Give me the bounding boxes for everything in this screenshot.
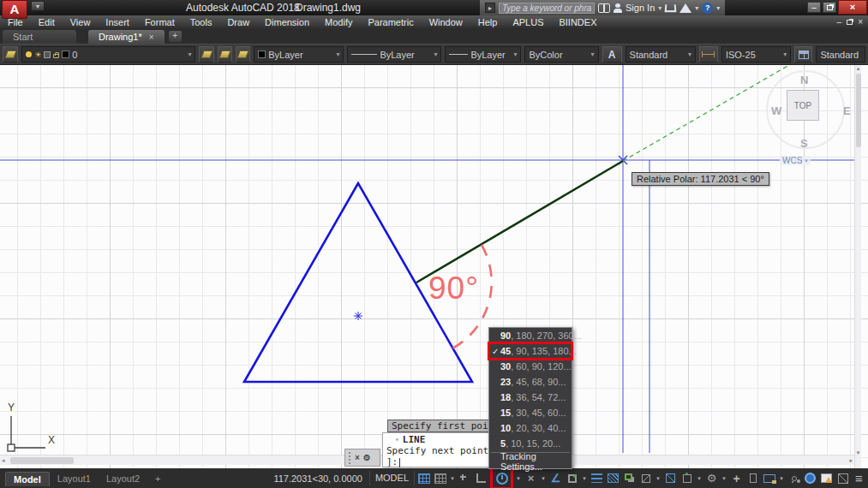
doc-restore-icon[interactable] (847, 20, 853, 25)
color-dropdown-icon[interactable]: ▾ (336, 51, 339, 58)
close-button[interactable]: × (838, 0, 867, 15)
annotation-scale-icon[interactable]: + (729, 470, 744, 486)
lineweight-display-icon[interactable] (590, 470, 604, 486)
viewcube-top-face[interactable]: TOP (787, 90, 819, 121)
menu-item-angles-30[interactable]: 30, 60, 90, 120... (489, 359, 572, 374)
table-style-combo[interactable]: Standard (816, 46, 865, 62)
viewcube-east[interactable]: E (843, 104, 851, 117)
menu-item-angles-18[interactable]: 18, 36, 54, 72... (489, 390, 572, 405)
menu-draw[interactable]: Draw (219, 17, 257, 27)
scroll-right-icon[interactable]: ▸ (849, 457, 853, 464)
quick-access-dropdown[interactable]: ▾ (31, 1, 45, 11)
app-store-icon[interactable] (679, 3, 691, 13)
isodraft-dropdown-icon[interactable]: ▾ (540, 475, 547, 482)
infocenter-expand-icon[interactable]: ▸ (485, 3, 495, 13)
doc-close-icon[interactable]: × (858, 17, 863, 27)
menu-view[interactable]: View (63, 17, 99, 27)
menu-window[interactable]: Window (422, 17, 470, 27)
lineweight-dropdown-icon[interactable]: ▾ (513, 51, 517, 58)
color-combo[interactable]: ByLayer ▾ (254, 46, 344, 62)
make-layer-current-button[interactable] (199, 46, 213, 62)
object-snap-icon[interactable] (565, 470, 579, 486)
ortho-mode-icon[interactable] (474, 470, 488, 486)
table-style-button[interactable] (794, 46, 812, 62)
selection-cycling-icon[interactable] (622, 470, 637, 486)
app-store-dropdown-icon[interactable]: ▾ (695, 4, 698, 12)
menu-item-angles-10[interactable]: 10, 20, 30, 40... (489, 420, 572, 436)
menu-item-angles-45[interactable]: ✓ 45, 90, 135, 180... (489, 343, 572, 359)
menu-help[interactable]: Help (470, 17, 506, 27)
workspace-switching-icon[interactable]: ⚙ (704, 470, 719, 486)
plot-style-dropdown-icon[interactable]: ▾ (591, 51, 595, 58)
layer-properties-button[interactable] (3, 46, 18, 62)
dim-style-combo[interactable]: ISO-25 ▾ (721, 46, 791, 62)
menu-biindex[interactable]: BIINDEX (551, 17, 604, 27)
palette-grip[interactable] (348, 451, 351, 464)
lineweight-combo[interactable]: ByLayer ▾ (445, 46, 521, 62)
linetype-dropdown-icon[interactable]: ▾ (434, 51, 437, 58)
hardware-acceleration-icon[interactable] (803, 470, 817, 486)
menu-aplus[interactable]: APLUS (505, 17, 551, 27)
dim-style-dropdown-icon[interactable]: ▾ (783, 51, 787, 58)
palette-close-icon[interactable]: × (355, 453, 360, 462)
customization-menu-icon[interactable]: ≡ (852, 470, 866, 486)
tab-model[interactable]: Model (5, 472, 50, 486)
polar-tracking-icon[interactable] (494, 470, 509, 486)
menu-item-tracking-settings[interactable]: Tracking Settings... (489, 454, 572, 468)
viewcube[interactable]: N W E S TOP WCS ▾ (761, 68, 850, 170)
tab-start[interactable]: Start (3, 30, 76, 44)
text-style-dropdown-icon[interactable]: ▾ (688, 51, 691, 58)
plot-style-combo[interactable]: ByColor ▾ (524, 46, 598, 62)
osnap-dropdown-icon[interactable]: ▾ (581, 475, 588, 482)
menu-item-angles-5[interactable]: 5, 10, 15, 20... (489, 436, 572, 451)
wcs-dropdown-icon[interactable]: ▾ (805, 158, 808, 164)
new-layout-button[interactable]: + (147, 472, 168, 486)
dynamic-ucs-icon[interactable] (663, 470, 678, 486)
vertical-scroll-thumb[interactable] (856, 74, 861, 147)
transparency-icon[interactable] (606, 470, 620, 486)
snap-mode-icon[interactable] (433, 470, 447, 486)
object-snap-tracking-icon[interactable]: ∠ (548, 470, 563, 486)
doc-minimize-icon[interactable]: – (837, 17, 842, 27)
minimize-button[interactable]: – (807, 2, 821, 13)
text-style-button[interactable]: A (602, 46, 622, 62)
text-style-combo[interactable]: Standard ▾ (626, 46, 696, 62)
search-icon[interactable] (598, 3, 610, 12)
menu-tools[interactable]: Tools (183, 17, 220, 27)
performance-warning-icon[interactable] (819, 470, 834, 486)
dim-style-button[interactable] (699, 46, 718, 62)
workspace-dropdown-icon[interactable]: ▾ (721, 475, 727, 482)
search-input[interactable] (499, 3, 595, 14)
clean-screen-icon[interactable] (835, 470, 850, 486)
units-icon[interactable] (745, 470, 760, 486)
help-dropdown-icon[interactable]: ▾ (716, 4, 720, 12)
store-cart-icon[interactable] (665, 4, 677, 12)
menu-insert[interactable]: Insert (98, 17, 137, 27)
isometric-drafting-icon[interactable]: × (524, 470, 538, 486)
new-tab-button[interactable]: + (169, 31, 182, 42)
sign-in-button[interactable]: Sign In (626, 3, 655, 13)
dynamic-input-icon[interactable] (458, 470, 472, 486)
menu-parametric[interactable]: Parametric (360, 17, 421, 27)
quick-properties-dropdown-icon[interactable]: ▾ (778, 475, 785, 482)
snap-dropdown-icon[interactable]: ▾ (449, 475, 456, 482)
selection-filter-icon[interactable] (679, 470, 694, 486)
linetype-combo[interactable]: ByLayer ▾ (347, 46, 441, 62)
selection-filter-dropdown-icon[interactable]: ▾ (696, 475, 703, 482)
drawing-canvas[interactable]: Y X 90° Relative Polar: 117.2031 < 90° N… (0, 65, 868, 468)
3dosnap-dropdown-icon[interactable]: ▾ (655, 475, 661, 482)
viewcube-south[interactable]: S (800, 137, 808, 150)
isolate-objects-icon[interactable] (787, 470, 801, 486)
menu-edit[interactable]: Edit (31, 17, 63, 27)
autocad-logo[interactable]: A (2, 0, 27, 19)
tab-close-icon[interactable]: × (149, 33, 154, 42)
sign-in-dropdown-icon[interactable]: ▾ (658, 4, 661, 12)
tab-layout1[interactable]: Layout1 (50, 472, 99, 486)
layer-combo[interactable]: ☀ 0 ▾ (21, 46, 195, 62)
3d-object-snap-icon[interactable] (638, 470, 653, 486)
layer-dropdown-icon[interactable]: ▾ (188, 51, 191, 58)
tab-drawing1[interactable]: Drawing1* × (88, 30, 165, 44)
layer-states-button[interactable] (236, 46, 250, 62)
menu-modify[interactable]: Modify (317, 17, 360, 27)
horizontal-scroll-thumb[interactable] (10, 457, 74, 464)
